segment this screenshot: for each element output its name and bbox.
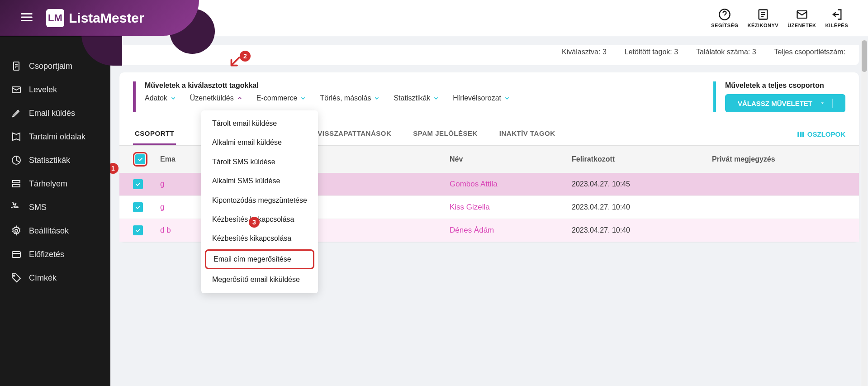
row-checkbox[interactable] — [133, 225, 143, 235]
tag-icon — [11, 272, 22, 283]
dd-confirm-email[interactable]: Email cím megerősítése — [205, 249, 314, 269]
svg-rect-6 — [13, 181, 20, 183]
cell-name[interactable]: Kiss Gizella — [450, 203, 572, 212]
annotation-badge-3: 3 — [249, 217, 260, 228]
main-content: Kiválasztva: 3 Letöltött tagok: 3 Talála… — [110, 0, 868, 386]
manual-button[interactable]: KÉZIKÖNYV — [747, 8, 778, 28]
columns-icon — [797, 130, 805, 138]
chevron-up-icon — [237, 95, 243, 101]
header-actions: SEGÍTSÉG KÉZIKÖNYV ÜZENETEK KILÉPÉS — [711, 8, 868, 28]
header-brand-area: LM ListaMester — [0, 0, 199, 36]
nav-letters[interactable]: Levelek — [0, 78, 110, 101]
svg-rect-15 — [800, 132, 802, 137]
nav-content-pages[interactable]: Tartalmi oldalak — [0, 125, 110, 148]
nav-statistics[interactable]: Statisztikák — [0, 148, 110, 172]
nav-groups[interactable]: Csoportjaim — [0, 54, 110, 78]
hamburger-menu[interactable] — [20, 10, 33, 26]
chevron-down-icon — [433, 95, 439, 101]
actions-card: Műveletek a kiválasztott tagokkal Adatok… — [119, 72, 859, 242]
hamburger-icon — [20, 10, 33, 24]
top-header: LM ListaMester SEGÍTSÉG KÉZIKÖNYV ÜZENET… — [0, 0, 868, 36]
filter-messaging[interactable]: Üzenetküldés — [190, 94, 243, 102]
svg-point-10 — [17, 207, 18, 208]
clipboard-icon — [11, 61, 22, 71]
logout-button[interactable]: KILÉPÉS — [825, 8, 848, 28]
svg-rect-12 — [12, 252, 20, 257]
scrollbar-thumb[interactable] — [862, 40, 867, 72]
filter-menu-row: Adatok Üzenetküldés E-commerce Törl — [145, 94, 510, 102]
svg-point-9 — [16, 207, 17, 208]
dd-stored-email[interactable]: Tárolt email küldése — [201, 114, 318, 133]
svg-rect-14 — [797, 132, 799, 137]
nav-storage[interactable]: Tárhelyem — [0, 172, 110, 195]
col-note[interactable]: Privát megjegyzés — [712, 155, 845, 163]
svg-rect-7 — [13, 185, 20, 187]
dd-delivery-off[interactable]: Kézbesítés kikapcsolása — [201, 229, 318, 248]
gear-icon — [11, 225, 22, 236]
cell-date: 2023.04.27. 10:40 — [572, 203, 712, 211]
book-icon — [11, 131, 22, 142]
nav-subscription[interactable]: Előfizetés — [0, 243, 110, 266]
logout-icon — [830, 8, 843, 21]
envelope-icon — [11, 84, 22, 95]
nav-email-send[interactable]: Email küldés — [0, 101, 110, 125]
tab-spam[interactable]: SPAM JELÖLÉSEK — [411, 123, 479, 145]
dd-stored-sms[interactable]: Tárolt SMS küldése — [201, 152, 318, 172]
group-actions-panel: Műveletek a teljes csoporton VÁLASSZ MŰV… — [713, 81, 845, 112]
col-name[interactable]: Név — [450, 155, 572, 163]
nav-sms[interactable]: SMS — [0, 195, 110, 219]
messaging-dropdown: Tárolt email küldése Alkalmi email küldé… — [201, 110, 318, 293]
choose-action-button[interactable]: VÁLASSZ MŰVELETET — [725, 94, 845, 112]
stat-loaded: Letöltött tagok: 3 — [625, 48, 678, 56]
messages-button[interactable]: ÜZENETEK — [787, 8, 816, 28]
cell-date: 2023.04.27. 10:40 — [572, 226, 712, 234]
chevron-down-icon — [374, 95, 380, 101]
cell-name[interactable]: Dénes Ádám — [450, 226, 572, 235]
dd-remove-bounce[interactable]: Kipontozódás megszüntetése — [201, 191, 318, 210]
pencil-icon — [11, 108, 22, 119]
filter-data[interactable]: Adatok — [145, 94, 176, 102]
svg-rect-16 — [802, 132, 804, 137]
annotation-arrow-icon — [228, 55, 242, 69]
check-icon — [137, 156, 143, 162]
selected-actions-panel: Műveletek a kiválasztott tagokkal Adatok… — [133, 81, 510, 112]
group-actions-title: Műveletek a teljes csoporton — [725, 81, 845, 90]
select-all-checkbox[interactable] — [135, 154, 145, 164]
logo-icon: LM — [46, 9, 64, 27]
tab-members[interactable]: CSOPORTT — [133, 123, 176, 145]
filter-newsletter[interactable]: Hírlevélsorozat — [453, 94, 510, 102]
dd-send-confirm[interactable]: Megerősítő email kiküldése — [201, 270, 318, 289]
cell-date: 2023.04.27. 10:45 — [572, 180, 712, 188]
row-checkbox[interactable] — [133, 179, 143, 189]
mail-icon — [796, 8, 808, 21]
annotation-badge-1: 1 — [110, 163, 119, 174]
nav-settings[interactable]: Beállítások — [0, 219, 110, 243]
manual-icon — [757, 8, 769, 21]
col-subscribed[interactable]: Feliratkozott — [572, 155, 712, 163]
logo[interactable]: LM ListaMester — [46, 9, 144, 27]
dd-adhoc-email[interactable]: Alkalmi email küldése — [201, 133, 318, 152]
tab-inactive[interactable]: INAKTÍV TAGOK — [498, 123, 557, 145]
storage-icon — [11, 178, 22, 189]
sidebar: Csoportjaim Levelek Email küldés Tartalm… — [0, 0, 110, 386]
select-all-highlight — [133, 152, 147, 167]
scrollbar[interactable] — [861, 40, 867, 386]
tab-bounces[interactable]: VISSZAPATTANÁSOK — [316, 123, 393, 145]
check-icon — [135, 204, 141, 210]
columns-button[interactable]: OSZLOPOK — [797, 130, 845, 138]
filter-ecommerce[interactable]: E-commerce — [256, 94, 307, 102]
help-button[interactable]: SEGÍTSÉG — [711, 8, 738, 28]
chat-icon — [11, 202, 22, 213]
help-icon — [718, 8, 731, 21]
filter-statistics[interactable]: Statisztikák — [394, 94, 439, 102]
chevron-down-icon — [300, 95, 306, 101]
dd-adhoc-sms[interactable]: Alkalmi SMS küldése — [201, 172, 318, 191]
row-checkbox[interactable] — [133, 202, 143, 212]
card-icon — [11, 249, 22, 260]
filter-delete-copy[interactable]: Törlés, másolás — [320, 94, 380, 102]
nav-tags[interactable]: Címkék — [0, 266, 110, 290]
cell-name[interactable]: Gombos Attila — [450, 180, 572, 189]
chevron-down-icon — [504, 95, 510, 101]
dd-delivery-on[interactable]: Kézbesítés bekapcsolása — [201, 210, 318, 229]
stat-selected: Kiválasztva: 3 — [562, 48, 607, 56]
